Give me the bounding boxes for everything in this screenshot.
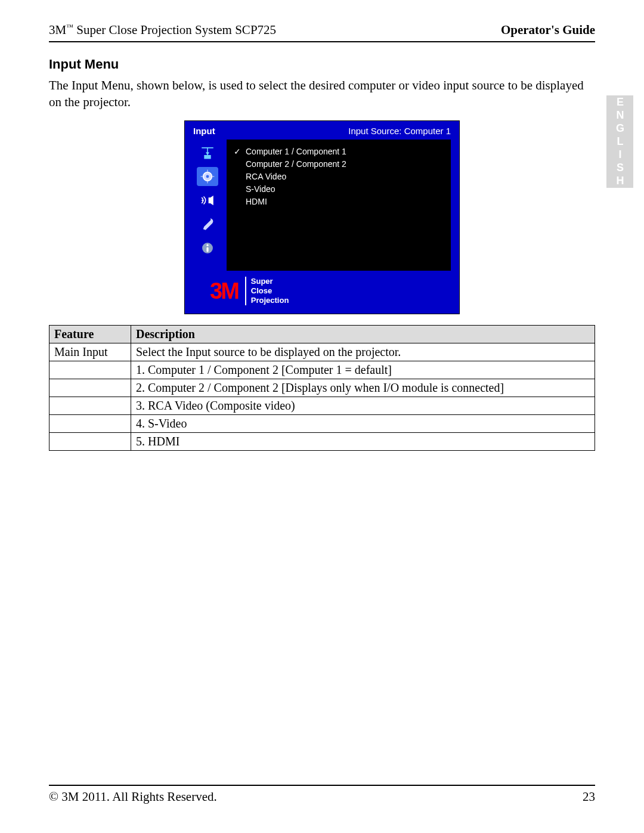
osd-option-label: HDMI <box>246 196 267 208</box>
svg-point-7 <box>206 244 208 246</box>
cell-feature: Main Input <box>49 343 131 361</box>
svg-point-1 <box>206 175 209 178</box>
logo-sub: Super Close Projection <box>245 277 289 306</box>
osd-footer: 3M Super Close Projection <box>185 271 459 314</box>
osd-body: ✓Computer 1 / Component 1 Computer 2 / C… <box>185 140 459 271</box>
col-description: Description <box>131 326 595 343</box>
input-icon <box>197 143 218 162</box>
osd-option-label: S-Video <box>246 183 275 196</box>
table-row: Main InputSelect the Input source to be … <box>49 343 595 361</box>
table-row: 1. Computer 1 / Component 2 [Computer 1 … <box>49 361 595 379</box>
info-icon <box>197 239 218 258</box>
table-row: 3. RCA Video (Composite video) <box>49 397 595 415</box>
osd-option: RCA Video <box>234 171 444 183</box>
osd-icon-strip <box>193 140 222 271</box>
guide-label: Operator's Guide <box>501 23 595 38</box>
osd-screenshot: Input Input Source: Computer 1 <box>184 120 460 315</box>
osd-option: ✓Computer 1 / Component 1 <box>234 145 444 158</box>
audio-icon <box>197 191 218 210</box>
cell-description: 1. Computer 1 / Component 2 [Computer 1 … <box>131 361 595 379</box>
trademark-symbol: ™ <box>66 23 73 31</box>
cell-feature <box>49 415 131 433</box>
page-footer: © 3M 2011. All Rights Reserved. 23 <box>49 785 595 804</box>
section-description: The Input Menu, shown below, is used to … <box>49 77 595 111</box>
col-feature: Feature <box>49 326 131 343</box>
check-icon: ✓ <box>234 145 242 158</box>
svg-rect-8 <box>206 247 208 252</box>
page-number: 23 <box>583 789 595 804</box>
osd-option: HDMI <box>234 196 444 208</box>
page-header: 3M™ Super Close Projection System SCP725… <box>49 23 595 42</box>
copyright: © 3M 2011. All Rights Reserved. <box>49 789 217 804</box>
table-row: 4. S-Video <box>49 415 595 433</box>
osd-option: S-Video <box>234 183 444 196</box>
logo-sub-1: Super <box>251 277 289 286</box>
osd-option-label: Computer 2 / Component 2 <box>246 158 346 171</box>
cell-description: 3. RCA Video (Composite video) <box>131 397 595 415</box>
table-row: 2. Computer 2 / Component 2 [Displays on… <box>49 379 595 397</box>
table-header-row: Feature Description <box>49 326 595 343</box>
cell-feature <box>49 433 131 451</box>
osd-status: Input Source: Computer 1 <box>348 126 451 136</box>
cell-description: Select the Input source to be displayed … <box>131 343 595 361</box>
logo-sub-3: Projection <box>251 296 289 305</box>
osd-header: Input Input Source: Computer 1 <box>185 121 459 140</box>
settings-icon <box>197 215 218 234</box>
language-tab: ENGLISH <box>606 95 633 188</box>
feature-table: Feature Description Main InputSelect the… <box>49 325 595 451</box>
table-row: 5. HDMI <box>49 433 595 451</box>
image-icon <box>197 167 218 186</box>
product-title: 3M™ Super Close Projection System SCP725 <box>49 23 276 38</box>
cell-description: 4. S-Video <box>131 415 595 433</box>
cell-feature <box>49 361 131 379</box>
osd-option-label: RCA Video <box>246 171 286 183</box>
section-title: Input Menu <box>49 57 595 72</box>
logo-3m: 3M <box>210 280 238 302</box>
osd-title: Input <box>193 126 215 136</box>
osd-option: Computer 2 / Component 2 <box>234 158 444 171</box>
cell-feature <box>49 397 131 415</box>
cell-description: 5. HDMI <box>131 433 595 451</box>
cell-description: 2. Computer 2 / Component 2 [Displays on… <box>131 379 595 397</box>
logo-sub-2: Close <box>251 286 289 296</box>
cell-feature <box>49 379 131 397</box>
product-suffix: Super Close Projection System SCP725 <box>73 23 276 37</box>
brand-prefix: 3M <box>49 23 66 37</box>
osd-option-label: Computer 1 / Component 1 <box>246 145 346 158</box>
osd-option-list: ✓Computer 1 / Component 1 Computer 2 / C… <box>227 140 451 271</box>
